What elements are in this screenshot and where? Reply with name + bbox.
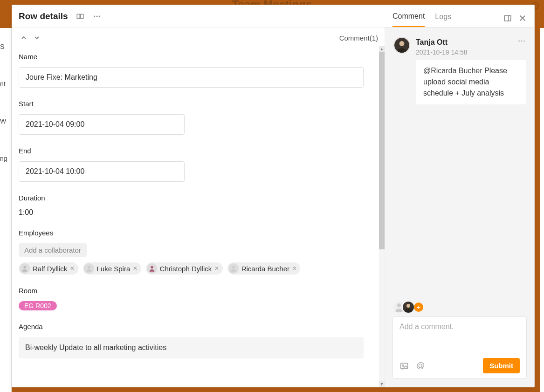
participants-avatars: + [393, 301, 527, 314]
remove-employee-icon[interactable]: × [70, 265, 74, 272]
agenda-text[interactable]: Bi-weekly Update to all marketing activi… [19, 337, 364, 358]
bg-row: W [0, 103, 11, 140]
more-icon[interactable] [92, 12, 102, 21]
comments-pane: Comment Logs [385, 28, 534, 387]
bg-row: ng [0, 140, 11, 177]
employee-name: Christoph Dyllick [160, 265, 212, 273]
name-input[interactable] [19, 67, 364, 88]
comment-menu-icon[interactable] [517, 37, 526, 48]
employee-chip: Luke Spira × [83, 262, 141, 275]
comment-text: @Ricarda Bucher Please upload social med… [416, 60, 526, 104]
avatar-icon [147, 263, 157, 274]
field-duration: Duration 1:00 [19, 194, 378, 217]
compose-area: + @ Submit [385, 301, 534, 387]
avatar-icon [228, 263, 239, 274]
close-icon[interactable] [518, 14, 527, 22]
field-room: Room EG R002 [19, 287, 378, 310]
svg-point-7 [23, 266, 26, 268]
svg-rect-3 [80, 14, 83, 18]
add-collaborator-button[interactable]: Add a collaborator [19, 243, 87, 257]
bg-row: S [0, 28, 11, 65]
start-input[interactable] [19, 114, 185, 135]
employee-chip: Ralf Dyllick × [19, 262, 78, 275]
add-participant-icon[interactable]: + [414, 303, 423, 312]
scroll-down-icon[interactable]: ▼ [379, 381, 385, 387]
comment-mention: @Ricarda Bucher [423, 67, 482, 75]
svg-text:?: ? [534, 3, 537, 8]
row-details-modal: Row details Comment(1) [12, 5, 535, 387]
employee-name: Ricarda Bucher [241, 265, 289, 273]
collapse-panel-icon[interactable] [503, 14, 512, 22]
expand-icon[interactable] [76, 12, 85, 21]
attach-image-icon[interactable] [399, 361, 409, 371]
tab-comment[interactable]: Comment [393, 6, 425, 27]
details-pane: Comment(1) Name Start End [12, 28, 385, 387]
comments-list: Tanja Ott 2021-10-19 14:58 @Ricarda Buch… [385, 28, 534, 301]
scrollbar-thumb[interactable] [379, 52, 385, 249]
svg-point-20 [397, 303, 401, 307]
employee-chip: Christoph Dyllick × [146, 262, 223, 275]
modal-title: Row details [12, 11, 68, 21]
remove-employee-icon[interactable]: × [292, 265, 296, 272]
end-input[interactable] [19, 161, 185, 182]
room-label: Room [19, 287, 378, 295]
name-label: Name [19, 53, 378, 61]
field-name: Name [19, 53, 378, 88]
employee-name: Luke Spira [97, 265, 131, 273]
comment-count-link[interactable]: Comment(1) [339, 34, 378, 42]
svg-rect-2 [77, 14, 80, 18]
svg-point-5 [96, 15, 97, 17]
end-label: End [19, 147, 378, 155]
duration-label: Duration [19, 194, 378, 202]
tab-logs[interactable]: Logs [435, 6, 451, 27]
remove-employee-icon[interactable]: × [214, 265, 219, 272]
remove-employee-icon[interactable]: × [133, 265, 137, 272]
submit-button[interactable]: Submit [483, 358, 520, 373]
background-right-strip [540, 28, 544, 392]
employee-chip: Ricarda Bucher × [227, 262, 301, 275]
svg-point-19 [523, 41, 525, 42]
avatar-icon [84, 263, 94, 274]
svg-point-17 [518, 41, 520, 42]
avatar-icon [20, 263, 30, 274]
bg-row: nt [0, 65, 11, 103]
comment-author: Tanja Ott [416, 38, 448, 47]
employees-label: Employees [19, 229, 378, 237]
compose-box: @ Submit [393, 316, 527, 378]
details-topbar: Comment(1) [12, 28, 385, 46]
svg-point-6 [98, 15, 100, 17]
svg-point-8 [88, 266, 90, 268]
start-label: Start [19, 100, 378, 108]
svg-rect-11 [504, 15, 511, 21]
comment-item: Tanja Ott 2021-10-19 14:58 @Ricarda Buch… [393, 37, 526, 104]
svg-point-9 [151, 266, 153, 268]
svg-point-4 [94, 15, 95, 17]
next-row-button[interactable] [32, 33, 42, 43]
svg-point-10 [232, 266, 234, 268]
details-scroll-area: Name Start End Duration 1:00 [12, 46, 385, 387]
field-end: End [19, 147, 378, 182]
svg-point-18 [521, 41, 523, 42]
field-start: Start [19, 100, 378, 135]
comment-input[interactable] [399, 323, 520, 351]
field-agenda: Agenda Bi-weekly Update to all marketing… [19, 323, 378, 358]
duration-value: 1:00 [19, 208, 378, 217]
field-employees: Employees Add a collaborator Ralf Dyllic… [19, 229, 378, 275]
employee-name: Ralf Dyllick [33, 265, 67, 273]
background-left-strip: S nt W ng [0, 28, 12, 392]
svg-point-21 [406, 304, 410, 308]
svg-point-23 [402, 364, 404, 366]
comment-time: 2021-10-19 14:58 [416, 48, 526, 56]
participant-avatar [402, 301, 415, 314]
agenda-label: Agenda [19, 323, 378, 330]
comment-avatar [393, 37, 410, 54]
svg-point-16 [399, 41, 405, 46]
mention-icon[interactable]: @ [416, 361, 425, 371]
scroll-up-icon[interactable]: ▲ [379, 46, 385, 52]
room-pill[interactable]: EG R002 [19, 301, 57, 310]
prev-row-button[interactable] [19, 33, 29, 43]
